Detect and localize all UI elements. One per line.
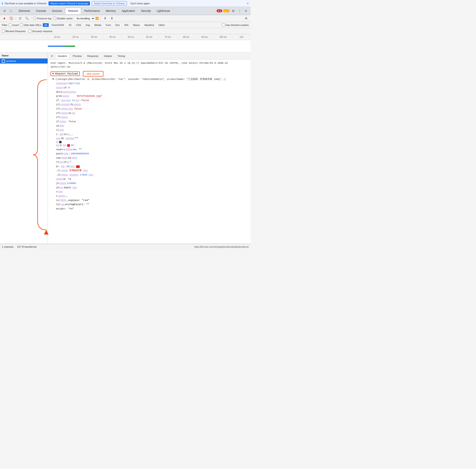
user-agent-line: User-Agent: Mozilla/5.0 (Macintosh; Inte…	[51, 61, 248, 69]
payload-line-im: im	[56, 124, 248, 128]
payload-line-d44: d: "4	[56, 177, 248, 182]
view-source-button[interactable]: view source	[85, 72, 102, 76]
tab-network[interactable]: Network	[65, 8, 81, 14]
hide-data-urls-text: Hide data URLs	[24, 24, 41, 26]
blocked-requests-checkbox[interactable]	[2, 30, 5, 33]
info-text: DevTools is now available in Chinese!	[5, 2, 47, 5]
request-item-products[interactable]: products	[0, 59, 48, 64]
info-bar-close-button[interactable]: ×	[247, 1, 249, 5]
payload-line-3t: 3t ""	[56, 137, 248, 141]
settings-icon[interactable]: ⚙	[230, 8, 236, 14]
tab-bar-right: ● 1 ▲ 1 ⚙ ⋮ ✕	[217, 8, 249, 14]
requests-header: Name	[0, 53, 48, 59]
detail-close-icon[interactable]: ✕	[50, 54, 54, 58]
type-other-button[interactable]: Other	[157, 23, 167, 27]
detail-content: User-Agent: Mozilla/5.0 (Macintosh; Inte…	[48, 59, 251, 244]
clear-button[interactable]: 🚫	[9, 16, 14, 21]
dont-show-again-button[interactable]: Don't show again	[129, 1, 152, 5]
tick-50ms: 50 ms	[122, 36, 140, 38]
tab-console[interactable]: Console	[33, 8, 49, 14]
payload-summary-line: ▼ { categoryMerchantId: 8, productRecord…	[52, 77, 248, 82]
more-options-icon[interactable]: ⋮	[237, 8, 242, 14]
throttle-select[interactable]: No throttling	[74, 16, 95, 21]
type-doc-button[interactable]: Doc	[114, 23, 121, 27]
type-ws-button[interactable]: WS	[123, 23, 130, 27]
tick-10ms: 10 ms	[48, 36, 66, 38]
payload-line-packi: packi : 900308856835	[56, 152, 248, 156]
requests-count: 1 requests	[2, 245, 14, 248]
tab-application[interactable]: Application	[119, 8, 138, 14]
timeline-header: 10 ms 20 ms 30 ms 40 ms 50 ms 60 ms 70 m…	[0, 34, 251, 40]
tab-response[interactable]: Response	[85, 54, 101, 58]
tab-headers[interactable]: Headers	[55, 53, 70, 59]
payload-line-newpro: newPro re: ""	[56, 148, 248, 152]
tick-20ms: 20 ms	[66, 36, 85, 38]
payload-line-ifi2: ifi 1i	[56, 111, 248, 116]
payload-line-19: e 19	[56, 143, 248, 148]
record-button[interactable]: ●	[2, 16, 7, 21]
tab-memory[interactable]: Memory	[103, 8, 119, 14]
type-wasm-button[interactable]: Wasm	[131, 23, 142, 27]
warning-badge: ▲ 1	[223, 9, 230, 12]
payload-line-pr: pr. .tl	[56, 165, 248, 169]
filter-icon[interactable]: ⊡	[17, 16, 23, 21]
type-media-button[interactable]: Media	[93, 23, 103, 27]
nav-icons: ↺ □	[2, 8, 14, 14]
export-button[interactable]: ⬇	[110, 16, 115, 21]
tick-90ms: 90 ms	[195, 36, 214, 38]
type-js-button[interactable]: JS	[67, 23, 73, 27]
disable-cache-label[interactable]: Disable cache	[53, 17, 73, 20]
search-icon[interactable]: 🔍	[24, 16, 29, 21]
tick-60ms: 60 ms	[140, 36, 158, 38]
third-party-checkbox[interactable]	[29, 30, 32, 33]
payload-line-ct: .ct 牙周病牙膏	[56, 169, 248, 173]
invert-checkbox[interactable]	[9, 23, 12, 26]
hide-data-urls-checkbox[interactable]	[20, 23, 23, 26]
request-payload-toggle[interactable]: ▼	[52, 72, 54, 75]
requests-list: Name products	[0, 53, 48, 244]
network-settings-icon[interactable]: ⚙	[244, 16, 249, 21]
waterfall-bar	[48, 46, 75, 47]
tab-performance[interactable]: Performance	[82, 8, 103, 14]
tick-70ms: 70 ms	[158, 36, 177, 38]
tab-sources[interactable]: Sources	[49, 8, 65, 14]
match-language-button[interactable]: Always match Chrome's language	[49, 1, 90, 5]
disable-cache-checkbox[interactable]	[53, 17, 56, 20]
filter-bar: Filter Invert Hide data URLs All Fetch/X…	[0, 22, 251, 28]
preserve-log-label[interactable]: Preserve log	[33, 17, 51, 20]
payload-line-te: te ,explain: "r44"	[56, 199, 248, 203]
payload-line-ifi1: ifi false	[56, 107, 248, 111]
type-all-button[interactable]: All	[43, 23, 49, 27]
tab-elements[interactable]: Elements	[16, 8, 33, 14]
preserve-log-checkbox[interactable]	[33, 17, 36, 20]
nav-back-icon[interactable]: ↺	[2, 8, 7, 14]
tab-initiator[interactable]: Initiator	[102, 54, 114, 58]
tick-80ms: 80 ms	[177, 36, 195, 38]
blocked-cookies-checkbox[interactable]	[222, 23, 225, 26]
invert-text: Invert	[12, 24, 19, 26]
payload-line-grab: grab 507375182849.jpg"	[56, 94, 248, 98]
status-url: http://bb.test.com/ecb/api/productAudits…	[194, 245, 249, 248]
type-css-button[interactable]: CSS	[74, 23, 83, 27]
nav-dock-icon[interactable]: □	[8, 8, 14, 14]
invert-label[interactable]: Invert	[9, 23, 19, 26]
tab-preview[interactable]: Preview	[71, 54, 84, 58]
close-devtools-icon[interactable]: ✕	[243, 8, 249, 14]
type-img-button[interactable]: Img	[84, 23, 91, 27]
info-bar: ℹ DevTools is now available in Chinese! …	[0, 0, 251, 7]
import-button[interactable]: ⬆	[103, 16, 108, 21]
tab-timing[interactable]: Timing	[115, 54, 127, 58]
type-font-button[interactable]: Font	[104, 23, 112, 27]
tab-security[interactable]: Security	[138, 8, 153, 14]
throttle-selector[interactable]: No throttling 📶	[74, 16, 99, 21]
type-fetch-xhr-button[interactable]: Fetch/XHR	[50, 23, 66, 27]
third-party-label[interactable]: 3rd-party requests	[29, 30, 52, 33]
type-manifest-button[interactable]: Manifest	[143, 23, 156, 27]
hide-data-urls-label[interactable]: Hide data URLs	[20, 23, 41, 26]
blocked-cookies-label[interactable]: Has blocked cookies	[222, 23, 249, 26]
wifi-icon: 📶	[95, 17, 99, 20]
switch-language-button[interactable]: Switch DevTools to Chinese	[92, 1, 127, 6]
detail-tabs: ✕ Headers Preview Response Initiator Tim…	[48, 53, 251, 59]
blocked-requests-label[interactable]: Blocked Requests	[2, 30, 26, 33]
tab-lighthouse[interactable]: Lighthouse	[154, 8, 173, 14]
